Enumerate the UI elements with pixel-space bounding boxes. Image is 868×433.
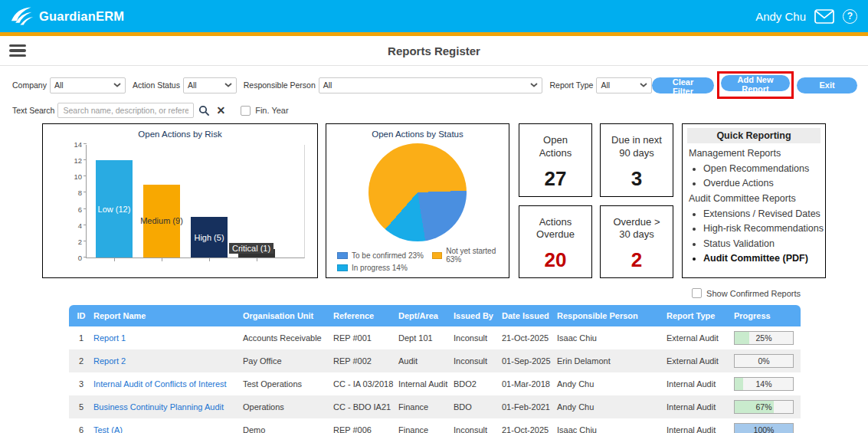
- kpi-label-line: Overdue >: [601, 216, 673, 229]
- bar-value-label-boxed: Critical (1): [229, 243, 274, 254]
- cell-id: 6: [69, 425, 92, 433]
- report-name-link[interactable]: Business Continuity Planning Audit: [93, 402, 224, 412]
- y-axis-tick-label: 0: [62, 254, 82, 262]
- page-title: Reports Register: [388, 44, 480, 57]
- report-name-link[interactable]: Internal Audit of Conflicts of Interest: [93, 379, 227, 389]
- open-actions-by-status-panel: Open Actions by Status To be confirmed 2…: [326, 123, 509, 278]
- clear-search-icon[interactable]: ✕: [215, 105, 227, 116]
- column-header-issued-by[interactable]: Issued By: [452, 311, 500, 320]
- x-axis-tick-mark: [114, 258, 115, 261]
- cell-report-name: Report 1: [92, 333, 241, 343]
- cell-responsible-person: Isaac Chiu: [555, 425, 665, 433]
- cell-progress: 25%: [732, 331, 801, 345]
- fin-year-checkbox[interactable]: [241, 106, 251, 116]
- y-axis-tick-mark: [84, 192, 87, 192]
- cell-report-type: Internal Audit: [665, 379, 732, 389]
- clear-filter-button[interactable]: Clear Filter: [652, 77, 714, 93]
- cell-date-issued: 21-Oct-2025: [500, 425, 555, 433]
- quick-report-list: Extensions / Revised DatesHigh-risk Reco…: [683, 208, 825, 264]
- cell-id: 2: [69, 356, 92, 366]
- cell-responsible-person: Andy Chu: [555, 379, 665, 389]
- legend-label: In progress 14%: [352, 264, 408, 272]
- y-axis-tick-label: 14: [62, 140, 82, 149]
- search-icon[interactable]: [197, 105, 211, 116]
- y-axis-tick-label: 8: [62, 189, 82, 197]
- y-axis-tick-label: 4: [62, 221, 82, 230]
- chevron-down-icon: [113, 83, 121, 87]
- report-name-link[interactable]: Report 1: [93, 333, 126, 343]
- legend-label: To be confirmed 23%: [352, 251, 424, 260]
- bar-low: Low (12): [96, 160, 133, 258]
- quick-report-link[interactable]: High-risk Recommendations: [703, 223, 825, 234]
- kpi-label-line: Overdue: [519, 228, 591, 241]
- quick-report-link[interactable]: Audit Committee (PDF): [703, 253, 825, 264]
- cell-reference: CC - BDO IA21: [332, 402, 397, 412]
- responsible-person-select[interactable]: All: [319, 77, 543, 93]
- search-input[interactable]: [57, 103, 194, 118]
- help-icon[interactable]: ?: [843, 9, 857, 24]
- action-status-select-value: All: [188, 80, 197, 90]
- cell-progress: 67%: [732, 400, 801, 414]
- column-header-id[interactable]: ID: [69, 311, 92, 320]
- report-type-label: Report Type: [549, 80, 593, 90]
- show-confirmed-checkbox[interactable]: [692, 288, 702, 298]
- y-axis-tick-label: 10: [62, 172, 82, 181]
- quick-report-link[interactable]: Extensions / Revised Dates: [703, 208, 825, 219]
- y-axis-tick-mark: [84, 225, 87, 225]
- quick-report-section-heading: Audit Committee Reports: [689, 193, 825, 204]
- column-header-responsible-person[interactable]: Responsible Person: [555, 311, 665, 320]
- progress-bar: 100%: [734, 423, 794, 433]
- column-header-dept-area[interactable]: Dept/Area: [397, 311, 452, 320]
- action-status-label: Action Status: [133, 80, 180, 90]
- kpi-label-line: Due in next: [601, 134, 673, 147]
- x-axis-tick-mark: [257, 258, 257, 261]
- show-confirmed-row: Show Confirmed Reports: [0, 288, 801, 298]
- company-select-value: All: [54, 80, 64, 90]
- quick-report-link[interactable]: Status Validation: [703, 238, 825, 249]
- quick-report-link[interactable]: Overdue Actions: [703, 178, 825, 189]
- report-type-select[interactable]: All: [596, 77, 652, 93]
- menu-hamburger-icon[interactable]: [9, 44, 26, 57]
- column-header-reference[interactable]: Reference: [332, 311, 397, 320]
- table-row: 2Report 2Pay OfficeREP #002AuditInconsul…: [69, 349, 801, 372]
- kpi-value: 3: [601, 167, 673, 191]
- cell-date-issued: 01-Sep-2025: [500, 356, 555, 366]
- cell-organisation-unit: Demo: [241, 425, 332, 433]
- cell-progress: 0%: [732, 354, 801, 368]
- brand-logo[interactable]: GuardianERM: [11, 6, 124, 26]
- exit-button[interactable]: Exit: [797, 77, 857, 93]
- quick-report-link[interactable]: Open Recommendations: [703, 163, 825, 174]
- cell-report-type: External Audit: [665, 333, 732, 343]
- column-header-progress[interactable]: Progress: [732, 311, 801, 320]
- report-name-link[interactable]: Report 2: [93, 356, 126, 366]
- column-header-report-name[interactable]: Report Name: [92, 311, 241, 320]
- column-header-report-type[interactable]: Report Type: [665, 311, 732, 320]
- cell-id: 1: [69, 333, 92, 343]
- legend-item: In progress 14%: [337, 261, 432, 274]
- company-select[interactable]: All: [50, 77, 126, 93]
- action-status-select[interactable]: All: [183, 77, 237, 93]
- add-new-report-button[interactable]: Add New Report: [721, 75, 790, 91]
- quick-report-section-heading: Management Reports: [689, 148, 825, 159]
- y-axis-tick-mark: [84, 143, 87, 144]
- text-search-label: Text Search: [12, 106, 54, 115]
- wing-logo-icon: [11, 6, 34, 26]
- legend-swatch-icon: [337, 264, 348, 271]
- cell-reference: CC - IA 03/2018: [332, 379, 397, 389]
- column-header-organisation-unit[interactable]: Organisation Unit: [241, 311, 332, 320]
- kpi-grid: OpenActions 27 Due in next90 days 3 Acti…: [519, 123, 673, 278]
- progress-bar-label: 14%: [735, 378, 793, 390]
- kpi-due-next-90-days: Due in next90 days 3: [600, 123, 673, 197]
- quick-report-list: Open RecommendationsOverdue Actions: [683, 163, 825, 189]
- report-name-link[interactable]: Test (A): [93, 425, 123, 433]
- cell-report-name: Business Continuity Planning Audit: [92, 402, 241, 412]
- cell-id: 5: [69, 402, 92, 412]
- legend-item: To be confirmed 23%: [337, 249, 432, 261]
- quick-reporting-title: Quick Reporting: [687, 128, 821, 143]
- y-axis-tick-mark: [84, 175, 87, 176]
- y-axis-tick-label: 6: [62, 205, 82, 214]
- column-header-date-issued[interactable]: Date Issued: [500, 311, 555, 320]
- cell-progress: 14%: [732, 377, 801, 391]
- mail-icon[interactable]: [814, 9, 834, 24]
- cell-date-issued: 21-Oct-2025: [500, 333, 555, 343]
